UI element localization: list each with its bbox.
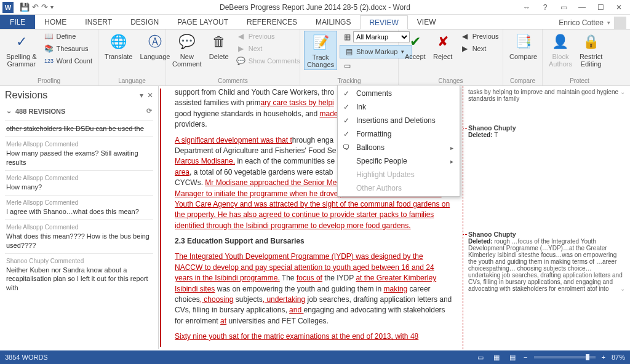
dd-highlight-updates: Highlight Updates xyxy=(338,168,460,181)
delete-comment-button[interactable]: 🗑Delete xyxy=(207,31,231,61)
markup-balloon[interactable]: Shanoo ChuptyDeleted: rough …focus of th… xyxy=(468,231,625,292)
tab-insert[interactable]: INSERT xyxy=(76,15,121,29)
refresh-icon[interactable]: ⟳ xyxy=(146,107,152,115)
revision-item[interactable]: other stakeholders like DSDu can be used… xyxy=(5,120,153,136)
user-menu-icon[interactable]: ▾ xyxy=(607,20,610,26)
zoom-in-button[interactable]: + xyxy=(602,354,605,361)
check-icon: ✓ xyxy=(341,130,351,138)
tab-mailings[interactable]: MAILINGS xyxy=(306,15,360,29)
reject-button[interactable]: ✘Reject xyxy=(431,31,455,61)
close-button[interactable]: ✕ xyxy=(610,1,628,14)
dd-specific-people[interactable]: Specific People▸ xyxy=(338,154,460,168)
prev-change-icon: ◀ xyxy=(460,31,470,41)
status-bar: 3854 WORDS ▭ ▦ ▤ − + 87% xyxy=(0,350,630,364)
group-protect: Protect xyxy=(546,76,613,85)
read-mode-icon[interactable]: ▭ xyxy=(476,352,485,362)
tab-home[interactable]: HOME xyxy=(35,15,76,29)
chevron-down-icon[interactable]: ⌄ xyxy=(620,89,625,95)
accept-button[interactable]: ✔Accept xyxy=(402,31,428,61)
next-comment-button[interactable]: ▶Next xyxy=(234,43,303,54)
language-icon: Ⓐ xyxy=(145,32,165,52)
markup-balloon[interactable]: tasks by helping to improve and maintain… xyxy=(468,89,625,102)
tab-file[interactable]: FILE xyxy=(0,15,35,29)
revisions-title: Revisions xyxy=(5,90,47,101)
revision-item[interactable]: Merle Allsopp CommentedHow many passed t… xyxy=(5,136,153,170)
next-change-icon: ▶ xyxy=(460,44,470,53)
markup-icon: ▦ xyxy=(342,32,352,42)
define-button[interactable]: 📖Define xyxy=(42,31,95,42)
qat-redo-icon[interactable]: ↷ xyxy=(41,2,48,12)
new-comment-icon: 💬 xyxy=(177,32,197,52)
word-count-status[interactable]: 3854 WORDS xyxy=(5,354,48,361)
revisions-close-icon[interactable]: ✕ xyxy=(147,91,153,100)
revision-item[interactable]: Merle Allsopp CommentedWhat does this me… xyxy=(5,220,153,253)
dd-balloons[interactable]: 🗨Balloons▸ xyxy=(338,141,460,154)
qat-customize-icon[interactable]: ▾ xyxy=(50,4,54,10)
section-heading: 2.3 Education Support and Bursaries xyxy=(175,236,453,247)
showmarkup-icon: ▤ xyxy=(344,47,354,57)
zoom-slider[interactable] xyxy=(534,356,596,358)
track-changes-icon: 📝 xyxy=(311,33,330,52)
block-authors-button[interactable]: 👤Block Authors xyxy=(546,31,575,69)
minimize-button[interactable]: — xyxy=(573,1,591,14)
translate-button[interactable]: 🌐Translate xyxy=(102,31,135,61)
group-proofing: Proofing xyxy=(4,76,94,85)
thesaurus-button[interactable]: 📚Thesaurus xyxy=(42,43,95,54)
track-changes-button[interactable]: 📝Track Changes xyxy=(304,31,337,70)
next-icon: ▶ xyxy=(236,44,246,53)
dd-ink[interactable]: ✓Ink xyxy=(338,100,460,114)
tab-design[interactable]: DESIGN xyxy=(121,15,168,29)
tab-references[interactable]: REFERENCES xyxy=(237,15,306,29)
avatar[interactable] xyxy=(614,17,626,29)
previous-comment-button[interactable]: ◀Previous xyxy=(234,31,303,42)
spelling-grammar-button[interactable]: ✓ Spelling & Grammar xyxy=(4,31,39,69)
show-comments-button[interactable]: 💬Show Comments xyxy=(234,55,303,66)
dd-other-authors: Other Authors xyxy=(338,181,460,195)
word-count-button[interactable]: 123Word Count xyxy=(42,55,95,66)
web-layout-icon[interactable]: ▤ xyxy=(508,352,517,362)
word-app-icon: W xyxy=(2,2,14,13)
group-language: Language xyxy=(102,76,162,85)
new-comment-button[interactable]: 💬New Comment xyxy=(170,31,204,69)
dd-formatting[interactable]: ✓Formatting xyxy=(338,127,460,141)
ribbon-display-icon[interactable]: ↔ xyxy=(518,1,535,14)
revision-item[interactable]: Merle Allsopp CommentedHow many? xyxy=(5,170,153,195)
next-change-button[interactable]: ▶Next xyxy=(458,43,501,54)
revision-item[interactable]: Shanoo Chupty CommentedNeither Kuben nor… xyxy=(5,253,153,296)
dd-insertions-deletions[interactable]: ✓Insertions and Deletions xyxy=(338,114,460,127)
tab-page-layout[interactable]: PAGE LAYOUT xyxy=(168,15,237,29)
restrict-editing-button[interactable]: 🔒Restrict Editing xyxy=(577,31,605,69)
chevron-down-icon[interactable]: ⌄ xyxy=(620,285,625,292)
markup-balloon[interactable]: Shanoo ChuptyDeleted: T xyxy=(468,124,625,138)
translate-icon: 🌐 xyxy=(109,32,129,52)
prev-icon: ◀ xyxy=(236,31,246,41)
maximize-button[interactable]: ☐ xyxy=(592,1,609,14)
tab-review[interactable]: REVIEW xyxy=(360,15,407,30)
previous-change-button[interactable]: ◀Previous xyxy=(458,31,501,42)
print-layout-icon[interactable]: ▦ xyxy=(492,352,501,362)
book-icon: 📖 xyxy=(44,31,54,41)
ribbon-collapse-icon[interactable]: ▭ xyxy=(555,1,572,14)
accept-icon: ✔ xyxy=(405,32,425,52)
check-icon: ✓ xyxy=(341,103,351,111)
qat-undo-icon[interactable]: ↶ xyxy=(32,2,39,12)
qat-save-icon[interactable]: 💾 xyxy=(20,2,30,12)
zoom-out-button[interactable]: − xyxy=(524,354,527,361)
user-name[interactable]: Enrico Cottee xyxy=(559,18,604,27)
compare-button[interactable]: 📑Compare xyxy=(507,31,540,61)
revisions-options-icon[interactable]: ▾ xyxy=(140,91,143,100)
tab-view[interactable]: VIEW xyxy=(408,15,445,29)
dd-comments[interactable]: ✓Comments xyxy=(338,87,460,100)
showcomments-icon: 💬 xyxy=(236,56,246,66)
help-icon[interactable]: ? xyxy=(536,1,554,14)
pane-icon: ▭ xyxy=(342,61,352,71)
zoom-level[interactable]: 87% xyxy=(612,354,625,361)
chevron-down-icon[interactable]: ⌄ xyxy=(6,107,12,115)
revision-item[interactable]: Merle Allsopp CommentedI agree with Shan… xyxy=(5,195,153,220)
restrict-icon: 🔒 xyxy=(581,32,601,52)
compare-icon: 📑 xyxy=(514,32,533,52)
spellcheck-icon: ✓ xyxy=(12,32,31,52)
wordcount-icon: 123 xyxy=(44,56,54,66)
revisions-count: 488 REVISIONS xyxy=(15,108,65,115)
check-icon: ✓ xyxy=(341,89,351,98)
